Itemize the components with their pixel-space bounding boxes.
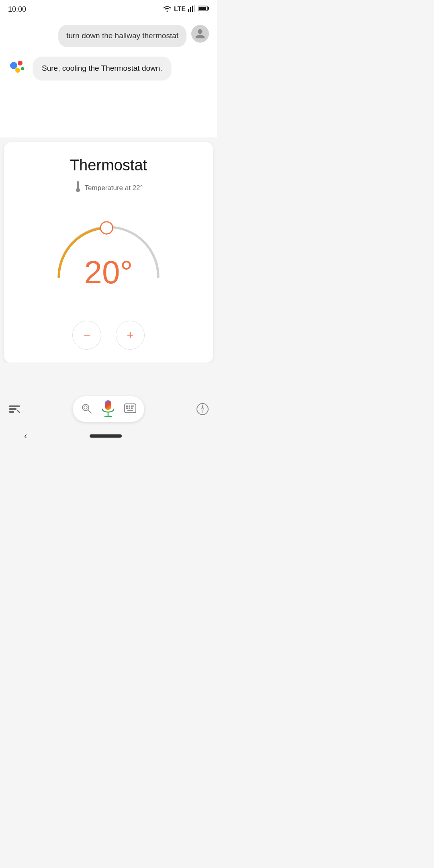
svg-rect-1 xyxy=(190,7,191,12)
chat-area: turn down the hallway thermostat Sure, c… xyxy=(0,17,217,137)
svg-rect-13 xyxy=(77,185,78,189)
temperature-label: Temperature at 22° xyxy=(85,184,143,192)
svg-marker-35 xyxy=(201,409,204,414)
controls-row: − + xyxy=(12,321,205,350)
lte-label: LTE xyxy=(174,6,186,13)
svg-rect-5 xyxy=(199,7,206,10)
compass-icon xyxy=(196,403,209,416)
assistant-bubble: Sure, cooling the Thermostat down. xyxy=(33,57,171,80)
home-pill[interactable] xyxy=(90,434,122,438)
svg-point-20 xyxy=(84,406,87,409)
svg-point-10 xyxy=(21,67,24,70)
svg-rect-16 xyxy=(9,408,16,410)
user-avatar xyxy=(191,25,209,43)
keyboard-button[interactable] xyxy=(124,403,136,415)
thermostat-card: Thermostat Temperature at 22° 20° − xyxy=(4,142,213,362)
back-button[interactable]: ‹ xyxy=(24,431,27,441)
svg-rect-27 xyxy=(131,405,133,407)
svg-rect-6 xyxy=(208,7,209,10)
svg-rect-21 xyxy=(105,400,111,410)
bottom-nav xyxy=(0,388,217,426)
increase-button[interactable]: + xyxy=(116,321,145,350)
status-bar: 10:00 LTE xyxy=(0,0,217,17)
user-message-row: turn down the hallway thermostat xyxy=(8,25,209,47)
history-icon xyxy=(8,403,20,415)
svg-marker-34 xyxy=(201,404,204,409)
svg-point-8 xyxy=(18,61,23,66)
wifi-icon xyxy=(163,5,172,14)
svg-rect-0 xyxy=(188,9,189,12)
dial-container: 20° xyxy=(44,204,173,285)
svg-point-9 xyxy=(15,68,20,73)
svg-rect-25 xyxy=(126,405,128,407)
android-nav: ‹ xyxy=(0,426,217,448)
svg-rect-30 xyxy=(129,407,130,409)
thermostat-title: Thermostat xyxy=(12,157,205,174)
svg-rect-15 xyxy=(9,405,20,407)
svg-point-7 xyxy=(10,62,17,69)
microphone-button[interactable] xyxy=(99,400,117,418)
svg-rect-17 xyxy=(9,411,14,413)
svg-rect-28 xyxy=(133,405,134,407)
svg-rect-29 xyxy=(126,407,128,409)
svg-rect-2 xyxy=(192,6,193,12)
google-assistant-icon xyxy=(8,57,28,78)
assistant-history-button[interactable] xyxy=(4,399,25,420)
status-icons: LTE xyxy=(163,5,209,14)
svg-point-14 xyxy=(100,222,113,234)
assistant-row: Sure, cooling the Thermostat down. xyxy=(8,57,209,80)
svg-rect-32 xyxy=(127,410,133,411)
svg-rect-26 xyxy=(129,405,130,407)
compass-button[interactable] xyxy=(192,399,213,420)
battery-icon xyxy=(198,5,209,13)
decrease-button[interactable]: − xyxy=(72,321,101,350)
status-time: 10:00 xyxy=(8,5,26,14)
signal-icon xyxy=(188,5,195,14)
temperature-display: 20° xyxy=(84,256,133,289)
temp-label-row: Temperature at 22° xyxy=(12,181,205,194)
thermometer-icon xyxy=(74,181,82,194)
svg-rect-31 xyxy=(131,407,133,409)
user-bubble: turn down the hallway thermostat xyxy=(58,25,186,47)
lens-icon-button[interactable] xyxy=(81,403,92,416)
mic-bar xyxy=(73,396,144,422)
svg-rect-3 xyxy=(194,5,195,12)
svg-line-19 xyxy=(88,410,91,413)
